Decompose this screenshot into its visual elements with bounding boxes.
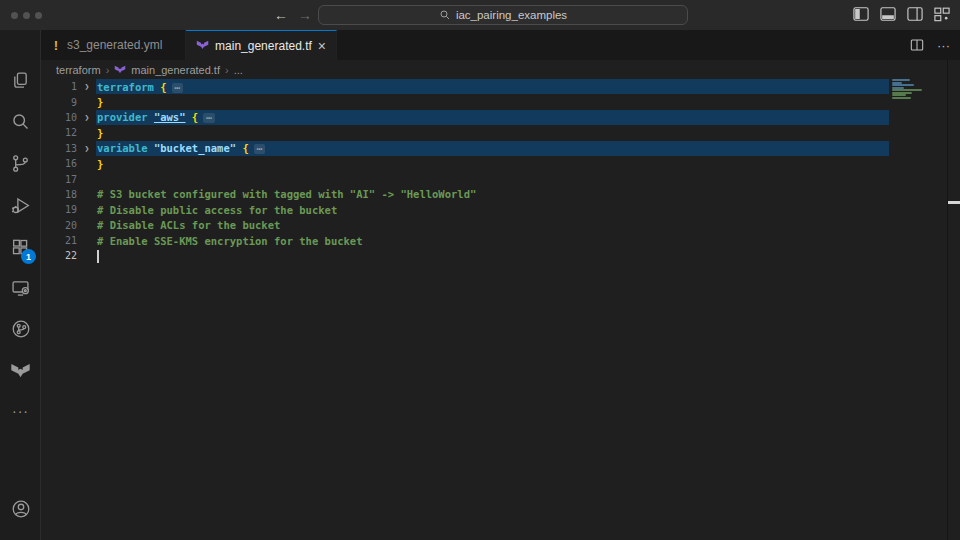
minimap[interactable] bbox=[890, 79, 947, 199]
breadcrumb-folder[interactable]: terraform bbox=[56, 64, 101, 76]
code-editor[interactable]: 1❯terraform {⋯9}10❯provider "aws" {⋯12}1… bbox=[41, 79, 960, 540]
token-link: "aws" bbox=[154, 111, 186, 123]
code-text: } bbox=[97, 127, 103, 139]
code-line[interactable]: 20# Disable ACLs for the bucket bbox=[41, 218, 960, 233]
line-number: 16 bbox=[41, 158, 77, 169]
line-number: 20 bbox=[41, 220, 77, 231]
code-line[interactable]: 17 bbox=[41, 171, 960, 186]
minimap-line bbox=[892, 94, 906, 96]
tab-close-icon[interactable]: × bbox=[318, 39, 326, 53]
token-kw: provider bbox=[97, 111, 154, 123]
overview-ruler-cursor-marker bbox=[948, 201, 960, 204]
folded-region-marker[interactable]: ⋯ bbox=[172, 83, 183, 93]
line-number: 9 bbox=[41, 97, 77, 108]
fold-chevron-icon[interactable]: ❯ bbox=[77, 82, 97, 91]
breadcrumb-symbol[interactable]: ... bbox=[234, 64, 243, 76]
search-icon bbox=[439, 9, 451, 21]
terraform-view-icon[interactable] bbox=[0, 351, 41, 391]
code-line[interactable]: 22 bbox=[41, 248, 960, 263]
code-text bbox=[97, 249, 99, 262]
code-text: provider "aws" {⋯ bbox=[97, 111, 215, 123]
token-brace: { bbox=[160, 81, 166, 93]
additional-views-icon[interactable]: ··· bbox=[0, 391, 41, 431]
title-bar: ← → iac_pairing_examples bbox=[0, 0, 960, 30]
token-brace: { bbox=[242, 142, 248, 154]
code-line[interactable]: 1❯terraform {⋯ bbox=[41, 79, 960, 94]
breadcrumb-file[interactable]: main_generated.tf bbox=[131, 64, 220, 76]
source-control-icon[interactable] bbox=[0, 143, 41, 183]
terraform-file-icon bbox=[196, 38, 209, 53]
line-number: 10 bbox=[41, 112, 77, 123]
toggle-primary-sidebar-icon[interactable] bbox=[851, 4, 871, 24]
breadcrumb-separator-icon: › bbox=[106, 64, 110, 76]
code-line[interactable]: 10❯provider "aws" {⋯ bbox=[41, 110, 960, 125]
run-debug-icon[interactable] bbox=[0, 185, 41, 225]
token-str: "bucket_name" bbox=[154, 142, 236, 154]
code-line[interactable]: 18# S3 bucket configured with tagged wit… bbox=[41, 187, 960, 202]
code-line[interactable]: 12} bbox=[41, 125, 960, 140]
token-comment: # S3 bucket configured with tagged with … bbox=[97, 188, 476, 200]
window-minimize-button[interactable] bbox=[23, 12, 30, 19]
line-number: 13 bbox=[41, 143, 77, 154]
editor-more-actions-icon[interactable]: ··· bbox=[937, 38, 950, 53]
explorer-icon[interactable] bbox=[0, 60, 41, 100]
navigate-back-icon[interactable]: ← bbox=[271, 0, 291, 30]
token-brace: } bbox=[97, 96, 103, 108]
token-comment: # Disable public access for the bucket bbox=[97, 204, 337, 216]
line-number: 17 bbox=[41, 174, 77, 185]
code-line[interactable]: 16} bbox=[41, 156, 960, 171]
editor-tab-bar: ! s3_generated.yml main_generated.tf × ·… bbox=[41, 30, 960, 60]
command-center-search[interactable]: iac_pairing_examples bbox=[318, 5, 688, 25]
line-number: 12 bbox=[41, 127, 77, 138]
window-maximize-button[interactable] bbox=[35, 12, 42, 19]
extensions-badge: 1 bbox=[21, 249, 36, 264]
code-text: } bbox=[97, 158, 103, 170]
text-cursor bbox=[97, 250, 99, 263]
fold-chevron-icon[interactable]: ❯ bbox=[77, 113, 97, 122]
accounts-icon[interactable] bbox=[0, 489, 41, 529]
code-text: # Disable public access for the bucket bbox=[97, 204, 337, 216]
token-kw: variable bbox=[97, 142, 154, 154]
token-brace: } bbox=[97, 127, 103, 139]
remote-explorer-icon[interactable] bbox=[0, 268, 41, 308]
toggle-panel-icon[interactable] bbox=[878, 4, 898, 24]
breadcrumb-separator-icon: › bbox=[225, 64, 229, 76]
line-number: 22 bbox=[41, 250, 77, 261]
tab-s3-generated-yml[interactable]: ! s3_generated.yml bbox=[41, 30, 186, 60]
minimap-line bbox=[892, 97, 911, 99]
customize-layout-icon[interactable] bbox=[932, 4, 952, 24]
folded-region-marker[interactable]: ⋯ bbox=[203, 113, 214, 123]
gitlens-icon[interactable] bbox=[0, 309, 41, 349]
yaml-file-icon: ! bbox=[51, 38, 61, 53]
fold-chevron-icon[interactable]: ❯ bbox=[77, 144, 97, 153]
activity-bar: 1 ··· bbox=[0, 30, 41, 540]
minimap-line bbox=[892, 89, 922, 91]
tab-main-generated-tf[interactable]: main_generated.tf × bbox=[186, 30, 337, 60]
window-close-button[interactable] bbox=[11, 12, 18, 19]
token-brace: } bbox=[97, 158, 103, 170]
code-text: # Enable SSE-KMS encryption for the buck… bbox=[97, 235, 363, 247]
search-view-icon[interactable] bbox=[0, 101, 41, 141]
tab-label: s3_generated.yml bbox=[67, 38, 162, 52]
tab-label: main_generated.tf bbox=[215, 39, 312, 53]
line-number: 18 bbox=[41, 189, 77, 200]
code-line[interactable]: 13❯variable "bucket_name" {⋯ bbox=[41, 141, 960, 156]
navigate-forward-icon[interactable]: → bbox=[295, 0, 315, 30]
split-editor-icon[interactable] bbox=[909, 37, 925, 53]
command-center-text: iac_pairing_examples bbox=[456, 9, 567, 21]
token-comment: # Disable ACLs for the bucket bbox=[97, 219, 280, 231]
code-line[interactable]: 19# Disable public access for the bucket bbox=[41, 202, 960, 217]
line-number: 19 bbox=[41, 204, 77, 215]
toggle-secondary-sidebar-icon[interactable] bbox=[905, 4, 925, 24]
code-line[interactable]: 9} bbox=[41, 94, 960, 109]
breadcrumb: terraform › main_generated.tf › ... bbox=[41, 60, 960, 79]
minimap-line bbox=[892, 79, 910, 81]
folded-region-marker[interactable]: ⋯ bbox=[254, 144, 265, 154]
extensions-icon[interactable]: 1 bbox=[0, 227, 41, 267]
code-line[interactable]: 21# Enable SSE-KMS encryption for the bu… bbox=[41, 233, 960, 248]
token-brace: { bbox=[192, 111, 198, 123]
settings-gear-icon[interactable] bbox=[0, 530, 41, 540]
line-number: 1 bbox=[41, 81, 77, 92]
line-number: 21 bbox=[41, 235, 77, 246]
terraform-file-icon bbox=[114, 64, 126, 76]
